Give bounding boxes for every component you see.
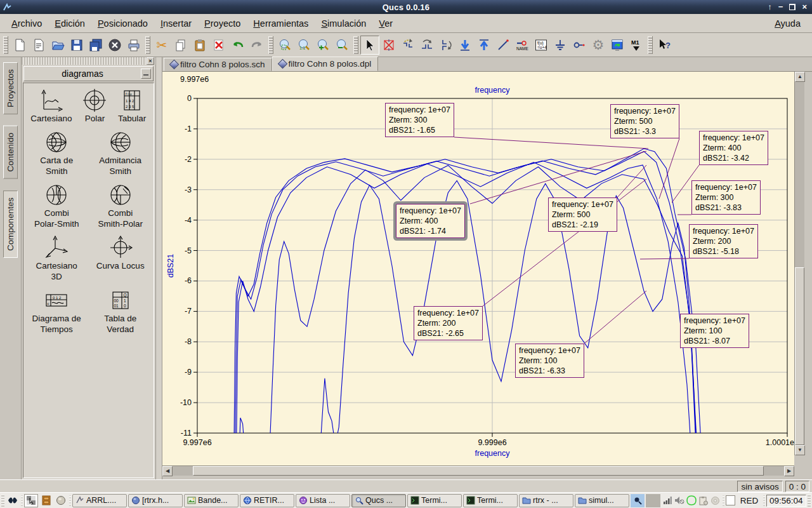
- rotate-button[interactable]: [398, 36, 417, 55]
- virtual-desktop-pager[interactable]: [726, 495, 735, 505]
- ground-button[interactable]: [551, 36, 570, 55]
- dock-tab-proyectos[interactable]: Proyectos: [3, 62, 18, 114]
- disc-tray-icon[interactable]: [710, 496, 720, 505]
- task-button-retir[interactable]: RETIR...: [240, 494, 294, 507]
- port-button[interactable]: [570, 36, 589, 55]
- task-button-rtrx-h[interactable]: [rtrx.h...: [128, 494, 183, 507]
- marker-box[interactable]: frequency: 1e+07Zterm: 200dBS21: -2.65: [414, 306, 483, 340]
- dock-tab-componentes[interactable]: Componentes: [3, 190, 18, 258]
- sphere-launcher[interactable]: [55, 494, 69, 507]
- zoom-1-1-button[interactable]: 1:1: [294, 36, 313, 55]
- close-document-button[interactable]: [105, 36, 124, 55]
- task-button-terminal-2[interactable]: Termi...: [463, 494, 518, 507]
- open-button[interactable]: [48, 36, 67, 55]
- select-button[interactable]: [360, 36, 379, 55]
- toolbar-handle[interactable]: [353, 36, 358, 54]
- volume-muted-icon[interactable]: [674, 496, 684, 505]
- file-cabinet-launcher[interactable]: [39, 494, 53, 507]
- clock[interactable]: 09:56:04: [766, 495, 806, 507]
- mirror-x-button[interactable]: [417, 36, 436, 55]
- scroll-right-icon[interactable]: ▶: [784, 466, 794, 476]
- diagram-item-tabla-de-verdad[interactable]: Q001010 Tabla de Verdad: [92, 288, 149, 335]
- save-button[interactable]: [67, 36, 86, 55]
- menu-herramientas[interactable]: Herramientas: [247, 16, 315, 31]
- vertical-scrollbar[interactable]: ▲ ▼: [794, 72, 804, 455]
- diagram-item-polar[interactable]: Polar: [80, 88, 109, 124]
- delete-button[interactable]: [209, 36, 228, 55]
- dock-close-icon[interactable]: ×: [147, 57, 154, 65]
- marker-button[interactable]: M1: [627, 36, 646, 55]
- vertical-scroll-thumb[interactable]: [795, 267, 804, 445]
- wire-button[interactable]: [494, 36, 513, 55]
- toolbar-handle[interactable]: [145, 36, 150, 54]
- menu-simulacion[interactable]: Simulación: [315, 16, 372, 31]
- menu-edicion[interactable]: Edición: [48, 16, 91, 31]
- copy-button[interactable]: [171, 36, 190, 55]
- redo-button[interactable]: [247, 36, 266, 55]
- component-category-combobox[interactable]: diagramas: [23, 66, 154, 81]
- toolbar-handle[interactable]: [268, 36, 273, 54]
- combobox-dropdown-icon[interactable]: [141, 69, 151, 79]
- menu-posicionado[interactable]: Posicionado: [91, 16, 154, 31]
- marker-box[interactable]: frequency: 1e+07Zterm: 300dBS21: -3.83: [691, 180, 761, 215]
- diagram-item-cartesiano-3d[interactable]: Cartesiano 3D: [28, 236, 85, 282]
- save-all-button[interactable]: [86, 36, 105, 55]
- menu-archivo[interactable]: Archivo: [5, 16, 48, 31]
- task-button-rtrx-folder[interactable]: rtrx - ...: [519, 494, 573, 507]
- task-button-simul-folder[interactable]: simul...: [575, 494, 629, 507]
- label-button[interactable]: NAME: [513, 36, 532, 55]
- desktop-pager-icon[interactable]: [6, 494, 20, 507]
- maximize-button[interactable]: [789, 4, 796, 10]
- delete-mode-button[interactable]: [379, 36, 398, 55]
- print-button[interactable]: [124, 36, 143, 55]
- menu-ayuda[interactable]: Ayuda: [768, 16, 807, 31]
- dock-drag-handle[interactable]: ×: [22, 57, 155, 65]
- task-button-qucs[interactable]: Qucs ...: [351, 494, 406, 507]
- menu-insertar[interactable]: Insertar: [154, 16, 198, 31]
- new-text-button[interactable]: [29, 36, 48, 55]
- close-button[interactable]: ×: [802, 3, 807, 11]
- diagram-item-carta-de-smith[interactable]: Carta de Smith: [28, 130, 85, 177]
- dock-tab-contenido[interactable]: Contenido: [3, 126, 18, 179]
- zoom-in-button[interactable]: [313, 36, 332, 55]
- marker-box[interactable]: frequency: 1e+07Zterm: 300dBS21: -1.65: [385, 103, 454, 137]
- taskbar-grip[interactable]: [808, 495, 811, 507]
- diagram-canvas[interactable]: 9.997e6frequency0-1-2-3-4-5-6-7-8-9-10-1…: [162, 72, 794, 465]
- menu-proyecto[interactable]: Proyecto: [198, 16, 247, 31]
- marker-box[interactable]: frequency: 1e+07Zterm: 500dBS21: -2.19: [548, 197, 617, 232]
- marker-box[interactable]: frequency: 1e+07Zterm: 100dBS21: -8.07: [680, 314, 749, 348]
- marker-box-selected[interactable]: frequency: 1e+07Zterm: 400dBS21: -1.74: [396, 204, 465, 238]
- horizontal-scroll-thumb[interactable]: [193, 466, 764, 476]
- toolbar-handle[interactable]: [3, 36, 8, 54]
- toolbar-handle[interactable]: [648, 36, 653, 54]
- mirror-y-button[interactable]: [436, 36, 455, 55]
- menu-ver[interactable]: Ver: [372, 16, 399, 31]
- zoom-out-button[interactable]: [332, 36, 351, 55]
- tray-blank-button[interactable]: [646, 494, 661, 507]
- whats-this-button[interactable]: ?: [655, 36, 674, 55]
- diagram-item-diagrama-de-tiempos[interactable]: 0 1 2c Diagrama de Tiempos: [28, 288, 85, 335]
- sync-loop-icon[interactable]: [686, 495, 697, 505]
- scroll-left-icon[interactable]: ◀: [162, 466, 173, 476]
- diagram-item-combi-polar-smith[interactable]: Combi Polar-Smith: [28, 183, 85, 229]
- diagram-item-admitancia-smith[interactable]: Admitancia Smith: [92, 130, 149, 177]
- diagram-item-combi-smith-polar[interactable]: Combi Smith-Polar: [92, 183, 149, 229]
- scroll-down-icon[interactable]: ▼: [795, 445, 805, 455]
- dock-splitter[interactable]: [156, 57, 162, 479]
- task-button-terminal-1[interactable]: Termi...: [407, 494, 462, 507]
- scroll-up-icon[interactable]: ▲: [795, 72, 805, 82]
- diagram-item-tabular[interactable]: f i u1 4 22 3 5 Tabular: [114, 88, 150, 124]
- clipboard-tray-icon[interactable]: [698, 496, 709, 505]
- doc-tab-dpl[interactable]: filtro Cohn 8 polos.dpl: [272, 57, 379, 71]
- shade-button[interactable]: ↑: [768, 3, 772, 11]
- cut-button[interactable]: ✂: [152, 36, 171, 55]
- gear-button[interactable]: ⚙: [589, 36, 608, 55]
- task-button-bande[interactable]: Bande...: [184, 494, 239, 507]
- taskbar-grip[interactable]: [1, 495, 4, 507]
- doc-tab-sch[interactable]: filtro Cohn 8 polos.sch: [164, 58, 272, 71]
- undo-button[interactable]: [228, 36, 247, 55]
- push-into-button[interactable]: [455, 36, 475, 55]
- tray-qucs-icon[interactable]: [631, 494, 645, 507]
- zoom-fit-button[interactable]: [275, 36, 294, 55]
- marker-box[interactable]: frequency: 1e+07Zterm: 100dBS21: -6.33: [515, 344, 584, 378]
